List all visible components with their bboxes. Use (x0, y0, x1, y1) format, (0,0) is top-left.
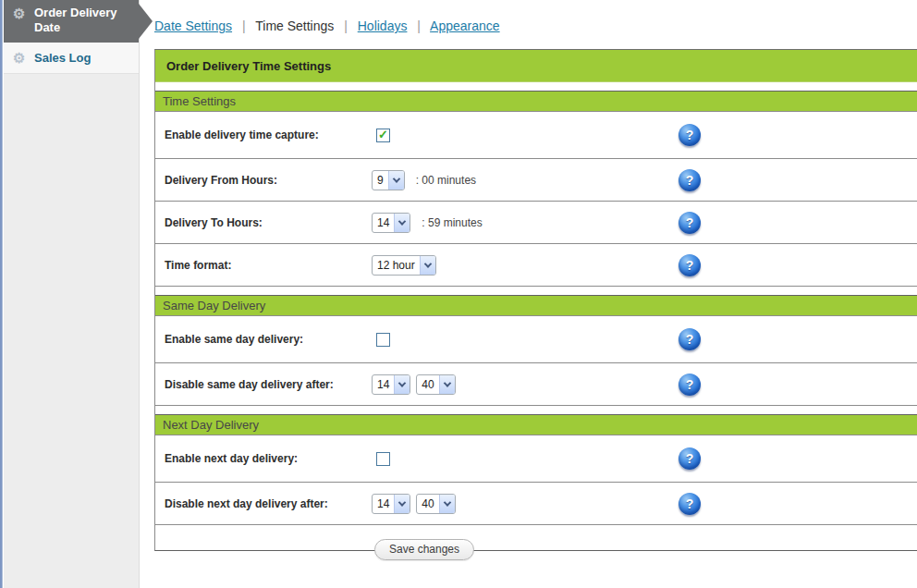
selected-item-arrow (139, 4, 153, 39)
chevron-down-icon (394, 495, 410, 513)
select-value: 9 (373, 171, 388, 190)
tab-date-settings[interactable]: Date Settings (154, 18, 232, 33)
minutes-suffix: : 59 minutes (422, 216, 482, 229)
spacer (155, 406, 917, 414)
setting-label: Time format: (155, 259, 372, 272)
sidebar-item-label: Order Delivery Date (34, 6, 117, 34)
same-day-cutoff-minute-select[interactable]: 40 (416, 374, 455, 395)
next-day-cutoff-hour-select[interactable]: 14 (372, 494, 410, 514)
setting-label: Enable delivery time capture: (155, 129, 372, 141)
tab-separator: | (344, 18, 348, 33)
sidebar-item-label: Sales Log (34, 51, 91, 65)
settings-panel: Order Delivery Time Settings Time Settin… (154, 49, 917, 551)
spacer (155, 287, 917, 295)
save-changes-button[interactable]: Save changes (374, 539, 474, 560)
spacer (155, 525, 917, 550)
setting-row-time-format: Time format: 12 hour ? (155, 244, 917, 287)
chevron-down-icon (439, 495, 455, 513)
help-icon[interactable]: ? (679, 254, 701, 276)
setting-label: Delivery From Hours: (155, 174, 372, 187)
gear-icon: ⚙ (13, 50, 25, 67)
setting-label: Disable same day delivery after: (155, 378, 372, 391)
select-value: 14 (373, 495, 394, 513)
chevron-down-icon (420, 256, 435, 275)
check-icon: ✓ (378, 129, 388, 141)
tab-separator: | (417, 18, 421, 33)
sidebar-item-sales-log[interactable]: ⚙ Sales Log (4, 43, 139, 74)
enable-delivery-time-checkbox[interactable]: ✓ (376, 129, 390, 142)
chevron-down-icon (388, 171, 404, 190)
setting-row-disable-same-day-after: Disable same day delivery after: 14 40 ? (155, 363, 917, 406)
gear-icon: ⚙ (13, 6, 25, 21)
help-icon[interactable]: ? (679, 374, 701, 396)
help-icon[interactable]: ? (679, 493, 701, 515)
select-value: 40 (417, 495, 438, 513)
enable-next-day-checkbox[interactable] (376, 452, 390, 466)
section-header-time-settings: Time Settings (155, 91, 917, 112)
setting-row-enable-next-day: Enable next day delivery: ? (155, 435, 917, 483)
same-day-cutoff-hour-select[interactable]: 14 (372, 374, 410, 395)
help-icon[interactable]: ? (679, 447, 701, 470)
select-value: 40 (417, 375, 438, 394)
tab-time-settings[interactable]: Time Settings (255, 18, 334, 33)
enable-same-day-checkbox[interactable] (376, 333, 390, 347)
setting-row-enable-delivery-time: Enable delivery time capture: ✓ ? (155, 112, 917, 159)
select-value: 12 hour (373, 256, 420, 275)
help-icon[interactable]: ? (679, 212, 701, 234)
page-title: Order Delivery Time Settings (155, 50, 917, 82)
help-icon[interactable]: ? (679, 124, 701, 146)
next-day-cutoff-minute-select[interactable]: 40 (416, 494, 455, 514)
chevron-down-icon (394, 214, 410, 232)
chevron-down-icon (394, 375, 410, 394)
settings-tab-bar: Date Settings | Time Settings | Holidays… (141, 0, 917, 33)
chevron-down-icon (439, 375, 455, 394)
setting-row-delivery-to-hours: Delivery To Hours: 14 : 59 minutes ? (155, 202, 917, 244)
setting-label: Enable next day delivery: (155, 452, 372, 465)
main-content: Date Settings | Time Settings | Holidays… (141, 0, 917, 588)
spacer (155, 82, 917, 91)
select-value: 14 (373, 214, 394, 232)
tab-separator: | (242, 18, 246, 33)
left-accent-strip (0, 0, 3, 588)
help-icon[interactable]: ? (679, 169, 701, 191)
minutes-suffix: : 00 minutes (416, 174, 476, 187)
section-header-same-day-delivery: Same Day Delivery (155, 295, 917, 316)
setting-row-disable-next-day-after: Disable next day delivery after: 14 40 ? (155, 483, 917, 525)
section-header-next-day-delivery: Next Day Delivery (155, 414, 917, 435)
help-icon[interactable]: ? (679, 328, 701, 350)
setting-row-delivery-from-hours: Delivery From Hours: 9 : 00 minutes ? (155, 159, 917, 202)
select-value: 14 (373, 375, 394, 394)
delivery-to-hours-select[interactable]: 14 (372, 213, 410, 233)
setting-label: Delivery To Hours: (155, 216, 372, 229)
sidebar-item-order-delivery-date[interactable]: ⚙ Order Delivery Date (4, 0, 139, 43)
tab-appearance[interactable]: Appearance (430, 18, 500, 33)
app-window: ⚙ Order Delivery Date ⚙ Sales Log Date S… (0, 0, 917, 588)
tab-holidays[interactable]: Holidays (358, 18, 408, 33)
time-format-select[interactable]: 12 hour (372, 255, 436, 276)
setting-row-enable-same-day: Enable same day delivery: ? (155, 316, 917, 363)
setting-label: Disable next day delivery after: (155, 497, 372, 510)
setting-label: Enable same day delivery: (155, 333, 372, 346)
admin-sidebar: ⚙ Order Delivery Date ⚙ Sales Log (4, 0, 140, 588)
delivery-from-hours-select[interactable]: 9 (372, 170, 405, 190)
